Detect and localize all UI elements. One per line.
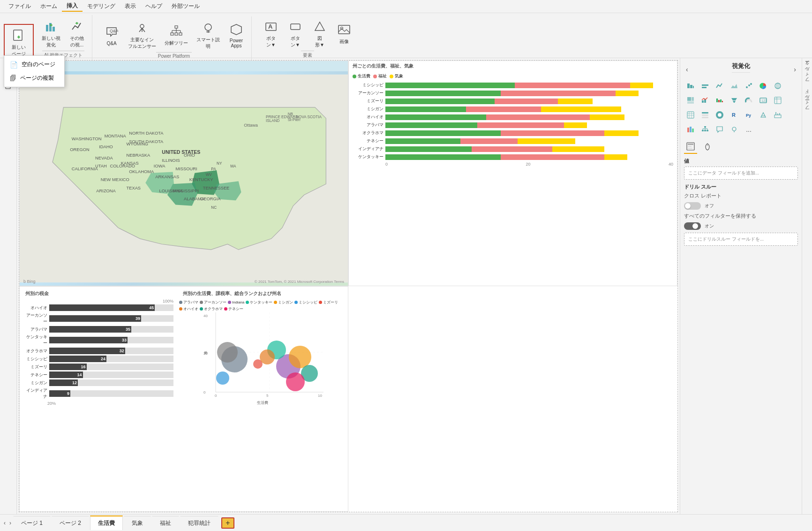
viz-icon-ribbon[interactable] (684, 123, 697, 136)
bar-label: ミシシッピ (23, 356, 49, 362)
svg-rect-150 (690, 127, 692, 132)
viz-icon-gauge[interactable] (742, 94, 755, 107)
svg-text:Q&A: Q&A (110, 29, 118, 33)
viz-icon-waterfall[interactable] (713, 94, 726, 107)
viz-icon-treemap[interactable] (684, 94, 697, 107)
drill-field-drop-zone[interactable]: ここにドリルスルー フィールドを... (684, 233, 798, 246)
decomp-icon (169, 24, 184, 39)
tab-living-cost[interactable]: 生活費 (90, 516, 123, 530)
button-button[interactable]: ボタ ン▼ (284, 17, 307, 51)
tab-page2[interactable]: ページ 2 (52, 516, 89, 530)
svg-rect-105 (690, 85, 692, 88)
keep-filters-label: すべてのフィルターを保持する (684, 212, 798, 220)
left-sidebar (0, 58, 17, 514)
bar-label: オクラホマ (23, 348, 49, 354)
viz-icon-line[interactable] (713, 79, 726, 92)
add-tab-button[interactable]: + (221, 517, 234, 529)
viz-icon-combo[interactable] (699, 94, 712, 107)
viz-icon-kpi[interactable] (771, 108, 784, 121)
viz-icon-smart[interactable] (728, 123, 741, 136)
shape-label: 図 形▼ (315, 35, 324, 48)
map-panel[interactable]: 州別の生活費 (19, 61, 348, 286)
qa-button[interactable]: Q&A Q&A (100, 23, 123, 48)
shape-button[interactable]: 図 形▼ (308, 17, 331, 51)
stacked-bar-panel[interactable]: 州ごとの生活費、福祉、気象 生活費 福祉 気象 (348, 61, 677, 286)
power-apps-button[interactable]: Power Apps (225, 20, 248, 51)
menu-file[interactable]: ファイル (4, 1, 36, 11)
textbox-button[interactable]: A ボタ ン▼ (260, 17, 282, 51)
smart-icon (201, 21, 216, 36)
menu-modeling[interactable]: モデリング (83, 1, 120, 11)
table-row: アーカンソー (353, 90, 673, 96)
viz-icon-map[interactable] (771, 79, 784, 92)
green-seg (385, 154, 501, 160)
viz-icon-decomp2[interactable] (699, 123, 712, 136)
format-button[interactable] (684, 140, 697, 154)
viz-icon-r[interactable]: R (728, 108, 741, 121)
svg-point-160 (732, 127, 736, 131)
tab-crime[interactable]: 犯罪統計 (180, 516, 218, 530)
green-seg (385, 83, 515, 88)
panel-nav-left[interactable]: ‹ (684, 65, 690, 74)
green-seg (385, 99, 495, 104)
svg-rect-155 (707, 130, 708, 131)
map-title: 州別の生活費 (20, 61, 348, 71)
paint-button[interactable] (701, 140, 714, 153)
stacked-track (385, 83, 673, 88)
svg-text:MONTANA: MONTANA (105, 134, 127, 138)
viz-icon-more[interactable]: ... (742, 123, 755, 136)
svg-text:ARIZONA: ARIZONA (96, 189, 116, 193)
keep-filters-toggle[interactable] (684, 222, 701, 230)
other-visual-button[interactable]: その他 の視... (66, 17, 88, 51)
image-button[interactable]: 画像 (333, 20, 355, 47)
viz-icon-scatter[interactable] (742, 79, 755, 92)
panel-nav-right[interactable]: › (792, 65, 798, 74)
new-visual-button[interactable]: 新しい視 覚化 (38, 17, 64, 51)
viz-icon-slicer[interactable] (699, 108, 712, 121)
viz-icon-ai[interactable] (757, 108, 770, 121)
canvas[interactable]: 州別の生活費 (19, 60, 678, 512)
viz-icon-matrix[interactable] (684, 108, 697, 121)
svg-text:NEW MEXICO: NEW MEXICO (101, 177, 129, 182)
viz-icon-pie[interactable] (757, 79, 770, 92)
table-row: テネシー 14 (23, 372, 173, 378)
viz-icon-bar[interactable] (699, 79, 712, 92)
viz-icon-donut[interactable] (713, 108, 726, 121)
viz-icon-card[interactable]: 123 (757, 94, 770, 107)
blank-page-item[interactable]: 📄 空白のページ (4, 58, 64, 71)
axis-100: 100% (22, 299, 175, 303)
tab-nav-next[interactable]: › (8, 519, 13, 527)
svg-text:ISLAND: ISLAND (266, 119, 280, 123)
tab-page1[interactable]: ページ 1 (13, 516, 51, 530)
tab-nav-prev[interactable]: ‹ (2, 519, 8, 527)
svg-rect-0 (14, 30, 22, 40)
decomp-button[interactable]: 分解ツリー (161, 22, 191, 49)
horiz-bar-panel[interactable]: 州別の税金 100% オハイオ 45 アーカンソー 39 アラバマ (19, 286, 348, 512)
duplicate-page-item[interactable]: 🗐 ページの複製 (4, 71, 64, 85)
svg-marker-26 (231, 24, 241, 35)
svg-point-99 (216, 372, 229, 385)
viz-icon-stacked-bar[interactable] (684, 79, 697, 92)
viz-icon-python[interactable]: Py (742, 108, 755, 121)
menu-external[interactable]: 外部ツール (167, 1, 204, 11)
bubble-legend: アラバマ アーカンソー Indiana ケンタッキー ミシガン ミシシッピ ミズ… (179, 299, 346, 312)
menu-insert[interactable]: 挿入 (62, 1, 83, 12)
filters-panel-label[interactable]: フィルター (803, 61, 812, 87)
viz-icon-qa-visual[interactable] (713, 123, 726, 136)
viz-icon-funnel[interactable] (728, 94, 741, 107)
menu-help[interactable]: ヘルプ (141, 1, 167, 11)
menu-view[interactable]: 表示 (120, 1, 141, 11)
tab-weather[interactable]: 気象 (124, 516, 151, 530)
svg-rect-138 (702, 114, 708, 116)
viz-icon-table[interactable] (771, 94, 784, 107)
menu-home[interactable]: ホーム (36, 1, 62, 11)
fields-panel-label[interactable]: フィールド (803, 89, 812, 115)
tab-welfare[interactable]: 福祉 (152, 516, 179, 530)
viz-icon-area[interactable] (728, 79, 741, 92)
new-page-button[interactable]: 新しい ページ (7, 27, 31, 59)
bar-axis: 20% (22, 401, 175, 406)
cross-report-toggle[interactable] (684, 202, 701, 210)
field-drop-zone[interactable]: ここにデータ フィールドを追加... (684, 167, 798, 180)
key-influence-button[interactable]: 主要なイン フルエンサー (125, 18, 159, 52)
smart-button[interactable]: スマート説 明 (193, 18, 223, 52)
